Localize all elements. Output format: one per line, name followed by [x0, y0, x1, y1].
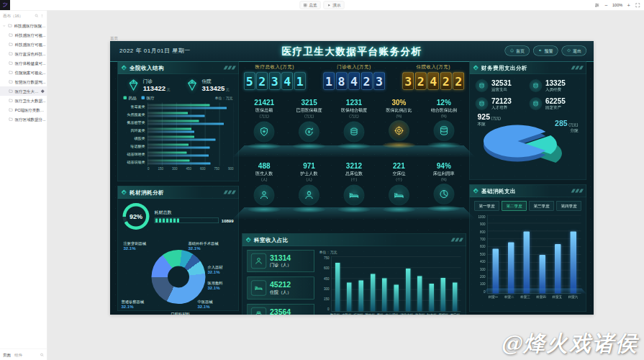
dashboard-artboard[interactable]: 2022 年 01月01日 星期一 医疗卫生大数据平台账务分析 首页预警退出 +… — [110, 41, 594, 315]
sidebar-layer-item[interactable]: 科技感医疗可视... — [0, 40, 47, 49]
quarter-bar — [493, 248, 499, 293]
panel-plus-icon: + — [122, 189, 127, 195]
sidebar-layer-item[interactable]: 医疗体检健康可... — [0, 58, 47, 68]
dept-bar — [371, 274, 376, 311]
inpatient-bed-icon — [251, 281, 266, 296]
sidebar-layer-item[interactable]: 医疗卫生大数据... — [0, 96, 47, 105]
pie-3d — [475, 120, 576, 170]
stat-label: 人员经费 — [545, 87, 566, 93]
kpi-digit: 2 — [440, 73, 452, 90]
podium-label: 护士人数 — [286, 171, 331, 177]
dash-action-label: 预警 — [545, 48, 553, 54]
podium-value: 1231 — [332, 99, 376, 107]
settings-sliders-icon[interactable] — [594, 2, 600, 8]
podium-item: 3215已用医保额度(万元) — [286, 99, 331, 162]
podium-item: 12%结合医保比例(%) — [422, 99, 466, 162]
hbar-药品 — [148, 152, 186, 154]
sidebar-layer-item[interactable]: 科技感医疗医院数... — [0, 21, 47, 30]
folder-icon — [8, 24, 12, 28]
zoom-in-button[interactable]: + — [627, 2, 630, 8]
department-card: 31314门诊（人） — [248, 250, 314, 272]
hbar-x-axis: 0150300450600750900 — [148, 167, 234, 171]
quarter-tab[interactable]: 第三季度 — [530, 201, 554, 211]
kpi-digit: 1 — [323, 73, 335, 90]
fullscreen-icon[interactable] — [635, 2, 641, 8]
folder-icon — [9, 108, 13, 112]
platform-base — [483, 288, 586, 293]
zoom-level[interactable]: 100% — [612, 3, 622, 7]
home-icon — [510, 48, 514, 54]
hbar-track — [148, 119, 234, 127]
hbar-药品 — [148, 104, 209, 107]
podium-base-glow — [381, 142, 416, 148]
legend-label: 医疗 — [147, 95, 155, 101]
coins-icon — [476, 97, 489, 110]
slice-percent: 32.1% — [208, 285, 223, 291]
sidebar-layer-item[interactable]: 住院病案可视化... — [0, 68, 47, 77]
pages-tab[interactable]: 页面 — [3, 352, 11, 358]
legend-swatch — [124, 96, 127, 100]
hbar-row: 氨基糖苷类 — [122, 119, 234, 127]
sidebar-layer-item[interactable]: 智慧医疗数据驾... — [0, 77, 47, 86]
gem-inpatient-icon — [186, 78, 199, 91]
search-icon[interactable] — [40, 353, 45, 357]
quarter-tab[interactable]: 第四季度 — [557, 201, 581, 211]
sidebar-layer-item[interactable]: PC端医疗类数据... — [0, 105, 47, 114]
coins-icon — [530, 97, 543, 110]
bed-icon — [389, 185, 409, 206]
layer-label: 科技感医疗医院数... — [14, 23, 47, 29]
slice-name: 医用敷料 — [208, 280, 223, 285]
x-label: 骨科 — [377, 312, 384, 315]
sidebar-layer-item[interactable]: 医疗卫生大数... — [0, 86, 47, 96]
hbar-医疗 — [148, 147, 209, 149]
stat-value: 62255 — [545, 97, 566, 105]
podium-item: 3212总床位数(个) — [332, 162, 376, 224]
zoom-out-button[interactable]: − — [604, 2, 607, 8]
x-label: 内分泌科 — [385, 312, 398, 315]
layer-list: 科技感医疗医院数...科技感医疗可视...科技感医疗可视...医疗蓝深色科技..… — [0, 21, 47, 349]
sidebar-layer-item[interactable]: 科技感医疗可视... — [0, 30, 47, 40]
card-text: 23564药物（人） — [270, 308, 291, 315]
sidebar-layer-item[interactable]: 医疗蓝深色科技... — [0, 49, 47, 58]
quarter-tab[interactable]: 第一季度 — [475, 201, 499, 211]
design-canvas[interactable]: 首页 2022 年 01月01日 星期一 医疗卫生大数据平台账务分析 首页预警退… — [47, 10, 644, 360]
app-logo[interactable] — [0, 0, 10, 10]
slice-percent: 32.1% — [124, 246, 147, 251]
hbar-医疗 — [148, 131, 194, 133]
dept-bar — [453, 282, 458, 311]
total-consumables-value: 10899 — [222, 218, 234, 223]
finance-stat: 72123人才培养 — [476, 97, 527, 110]
hbar-track — [148, 127, 234, 135]
hbar-药品 — [148, 160, 189, 162]
total-consumables-label: 耗材总数 — [155, 210, 234, 216]
panel-quarter-consumption: + 基础消耗支出 第一季度第二季度第三季度第四季度 10009008007006… — [469, 184, 586, 312]
dept-bar — [335, 263, 340, 311]
hbar-category: 硝基咪唑类 — [122, 152, 148, 157]
components-tab[interactable]: 组件 — [14, 352, 22, 358]
quarter-bar-plot — [488, 215, 581, 294]
kpi-label: 医疗总收入(万元) — [244, 63, 306, 70]
present-button[interactable]: 演示 — [324, 1, 345, 9]
finance-stat-text: 72123人才培养 — [491, 97, 512, 110]
hbar-医疗 — [148, 123, 224, 125]
card-value: 31314 — [270, 254, 291, 262]
podium-value: 30% — [376, 99, 421, 107]
podium-row-insurance: 21421医保总额(万元)3215已用医保额度(万元)1231医保结合额度(万元… — [242, 99, 466, 162]
kebab-menu-icon[interactable] — [40, 14, 45, 18]
power-button[interactable]: 退出 — [562, 46, 587, 56]
hbar-药品 — [148, 112, 188, 114]
chevron-down-icon[interactable] — [2, 24, 6, 28]
artboard-label[interactable]: 首页 — [110, 35, 118, 41]
quarter-tab[interactable]: 第二季度 — [502, 201, 527, 211]
podium-row-staff: 488医生人数(人)971护士人数(人)3212总床位数(个)221空床位(个)… — [242, 162, 466, 224]
slice-percent: 32.1% — [198, 304, 213, 310]
dept-bar — [347, 282, 352, 311]
hbar-药品 — [148, 128, 191, 130]
podium-unit: (万元) — [286, 114, 331, 119]
search-icon[interactable] — [35, 14, 39, 18]
speaker-button[interactable]: 预警 — [533, 46, 558, 56]
sidebar-layer-item[interactable]: 医疗区域数据分... — [0, 114, 47, 124]
finance-pie-chart: 925 (万元) 本院 285 (万元) 分院 — [470, 114, 586, 171]
overview-button[interactable]: 总览 — [300, 1, 321, 9]
home-button[interactable]: 首页 — [505, 46, 530, 56]
